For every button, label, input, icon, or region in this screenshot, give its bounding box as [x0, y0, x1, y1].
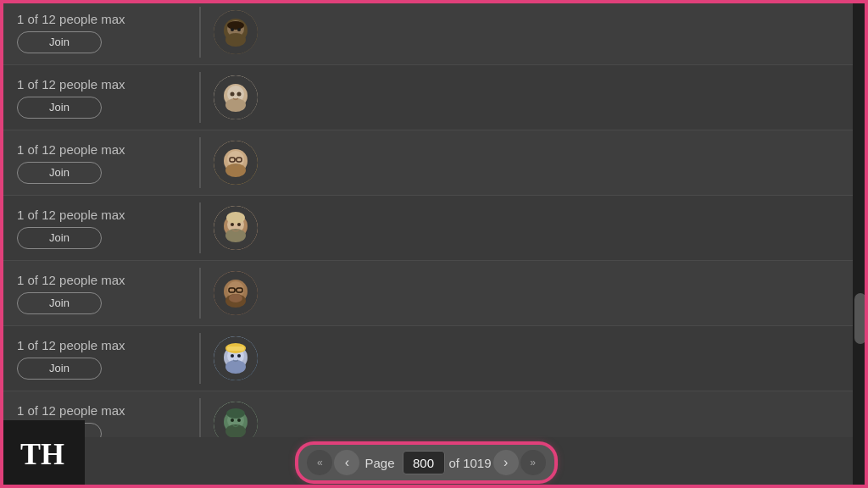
- page-number-input[interactable]: [403, 451, 445, 474]
- server-info: 1 of 12 people max Join: [17, 12, 186, 53]
- pagination-bar: « ‹ Page of 1019 › »: [0, 437, 853, 488]
- server-info: 1 of 12 people max Join: [17, 338, 186, 380]
- server-row: 1 of 12 people max Join: [0, 391, 853, 437]
- avatar: [214, 75, 258, 119]
- join-button[interactable]: Join: [17, 358, 102, 380]
- server-row: 1 of 12 people max Join: [0, 65, 853, 130]
- avatar: [214, 10, 258, 54]
- join-button[interactable]: Join: [17, 31, 102, 53]
- svg-point-5: [231, 28, 234, 31]
- server-row: 1 of 12 people max Join: [0, 130, 853, 196]
- people-count: 1 of 12 people max: [17, 77, 186, 92]
- svg-point-10: [225, 98, 246, 112]
- join-button[interactable]: Join: [17, 227, 102, 249]
- server-row: 1 of 12 people max Join: [0, 326, 853, 391]
- join-button[interactable]: Join: [17, 97, 102, 119]
- svg-point-25: [231, 223, 234, 226]
- avatar: [214, 206, 258, 250]
- row-divider: [199, 72, 201, 123]
- join-button[interactable]: Join: [17, 162, 102, 184]
- pagination-wrapper: « ‹ Page of 1019 › »: [297, 443, 555, 482]
- svg-point-11: [231, 92, 235, 97]
- svg-point-12: [237, 92, 242, 97]
- watermark-text: TH: [20, 436, 64, 472]
- server-list: 1 of 12 people max Join 1 of 12 people m…: [0, 0, 853, 437]
- scrollbar-track: [853, 0, 868, 488]
- avatar: [214, 141, 258, 185]
- row-divider: [199, 202, 201, 253]
- last-page-button[interactable]: »: [520, 450, 546, 475]
- avatar: [214, 402, 258, 437]
- avatar: [214, 271, 258, 315]
- first-page-button[interactable]: «: [307, 450, 332, 475]
- svg-point-24: [226, 212, 245, 224]
- row-divider: [199, 7, 201, 58]
- next-page-button[interactable]: ›: [493, 450, 519, 475]
- server-info: 1 of 12 people max Join: [17, 77, 186, 119]
- svg-point-26: [237, 223, 241, 226]
- row-divider: [199, 268, 201, 319]
- server-row: 1 of 12 people max Join: [0, 0, 853, 65]
- server-info: 1 of 12 people max Join: [17, 273, 186, 314]
- svg-point-4: [227, 21, 244, 30]
- people-count: 1 of 12 people max: [17, 142, 186, 157]
- server-row: 1 of 12 people max Join: [0, 196, 853, 261]
- main-content: 1 of 12 people max Join 1 of 12 people m…: [0, 0, 853, 488]
- scrollbar-thumb[interactable]: [854, 293, 866, 344]
- svg-point-6: [237, 28, 241, 31]
- people-count: 1 of 12 people max: [17, 273, 186, 287]
- svg-point-41: [231, 354, 234, 358]
- svg-point-49: [237, 419, 241, 422]
- svg-point-47: [226, 408, 245, 419]
- people-count: 1 of 12 people max: [17, 403, 186, 418]
- people-count: 1 of 12 people max: [17, 208, 186, 222]
- server-info: 1 of 12 people max Join: [17, 142, 186, 184]
- prev-page-button[interactable]: ‹: [334, 450, 359, 475]
- svg-point-31: [229, 294, 242, 302]
- svg-point-42: [237, 354, 241, 358]
- row-divider: [199, 333, 201, 384]
- row-divider: [199, 137, 201, 188]
- watermark: TH: [0, 420, 85, 488]
- svg-rect-40: [227, 347, 244, 351]
- server-info: 1 of 12 people max Join: [17, 208, 186, 249]
- page-of-text: of 1019: [449, 456, 492, 470]
- row-divider: [199, 398, 201, 437]
- join-button[interactable]: Join: [17, 292, 102, 314]
- people-count: 1 of 12 people max: [17, 338, 186, 352]
- svg-point-48: [231, 419, 234, 422]
- people-count: 1 of 12 people max: [17, 12, 186, 26]
- svg-point-38: [225, 360, 246, 374]
- avatar: [214, 336, 258, 380]
- server-row: 1 of 12 people max Join: [0, 261, 853, 326]
- page-label-text: Page: [361, 456, 398, 470]
